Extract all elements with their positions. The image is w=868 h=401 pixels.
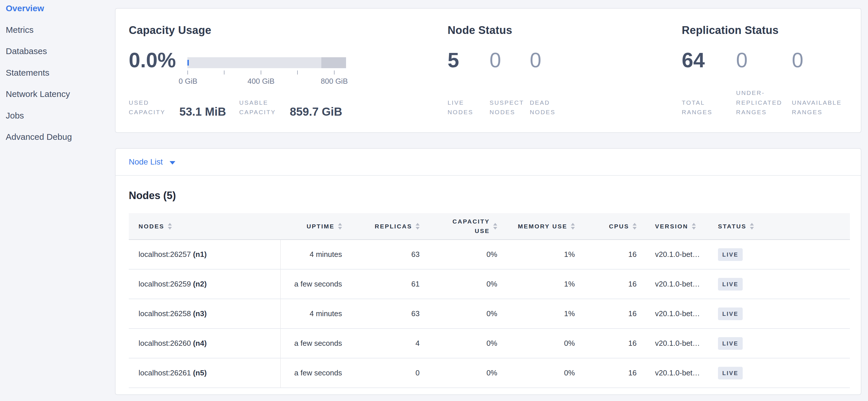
table-row[interactable]: localhost:26257 (n1) 4 minutes 63 0% 1% …	[129, 239, 850, 269]
memory-use-cell: 1%	[503, 269, 581, 299]
column-header-replicas[interactable]: REPLICAS	[348, 213, 425, 239]
column-header-uptime[interactable]: UPTIME	[281, 213, 348, 239]
unavailable-ranges-value: 0	[792, 50, 861, 70]
node-address-cell: localhost:26258 (n3)	[129, 299, 281, 328]
under-replicated-stat: 0 UNDER-REPLICATED RANGES	[736, 50, 792, 117]
column-header-cpus[interactable]: CPUS	[581, 213, 642, 239]
memory-use-cell: 0%	[503, 328, 581, 358]
node-address-cell: localhost:26257 (n1)	[129, 239, 281, 269]
status-cell: LIVE	[707, 328, 850, 358]
table-row[interactable]: localhost:26259 (n2) a few seconds 61 0%…	[129, 269, 850, 299]
sidebar-item-advanced-debug[interactable]: Advanced Debug	[0, 126, 115, 148]
column-header-status[interactable]: STATUS	[707, 213, 850, 239]
replicas-cell: 63	[348, 239, 425, 269]
replicas-cell: 4	[348, 328, 425, 358]
capacity-use-cell: 0%	[425, 269, 503, 299]
node-address-cell: localhost:26259 (n2)	[129, 269, 281, 299]
cpus-cell: 16	[581, 328, 642, 358]
status-badge: LIVE	[718, 248, 743, 261]
used-capacity-value: 53.1 MiB	[179, 106, 226, 117]
status-badge: LIVE	[718, 367, 743, 379]
status-badge: LIVE	[718, 308, 743, 320]
total-ranges-stat: 64 TOTAL RANGES	[682, 50, 736, 117]
replication-status-section: Replication Status 64 TOTAL RANGES 0 UND…	[682, 24, 861, 132]
axis-label-400gib: 400 GiB	[247, 77, 275, 86]
under-replicated-label: UNDER-REPLICATED RANGES	[736, 88, 791, 117]
unavailable-ranges-stat: 0 UNAVAILABLE RANGES	[792, 50, 861, 117]
capacity-gauge-other-fill	[321, 57, 346, 68]
column-header-capacity-use[interactable]: CAPACITY USE	[425, 213, 503, 239]
live-nodes-stat: 5 LIVE NODES	[447, 50, 490, 117]
under-replicated-value: 0	[736, 50, 792, 70]
used-capacity-label: USED CAPACITY	[129, 98, 175, 117]
status-cell: LIVE	[707, 269, 850, 299]
sidebar-item-metrics[interactable]: Metrics	[0, 19, 115, 41]
uptime-cell: 4 minutes	[281, 299, 348, 328]
version-cell: v20.1.0-bet…	[642, 299, 707, 328]
total-ranges-label: TOTAL RANGES	[682, 98, 736, 117]
suspect-nodes-stat: 0 SUSPECT NODES	[490, 50, 530, 117]
sort-icon	[571, 223, 575, 230]
capacity-use-cell: 0%	[425, 299, 503, 328]
memory-use-cell: 1%	[503, 299, 581, 328]
capacity-gauge-used-fill	[187, 60, 189, 65]
capacity-usage-title: Capacity Usage	[129, 24, 447, 36]
total-ranges-value: 64	[682, 50, 736, 70]
sidebar-item-overview[interactable]: Overview	[0, 0, 115, 19]
usable-capacity-label: USABLE CAPACITY	[239, 98, 286, 117]
capacity-use-cell: 0%	[425, 358, 503, 388]
uptime-cell: a few seconds	[281, 358, 348, 388]
node-list-panel: Node List Nodes (5) NODES UPTIME REPLICA…	[115, 148, 861, 395]
node-list-dropdown[interactable]: Node List	[129, 157, 175, 167]
suspect-nodes-label: SUSPECT NODES	[490, 98, 530, 117]
capacity-used-percent: 0.0%	[129, 50, 180, 87]
sidebar-item-databases[interactable]: Databases	[0, 40, 115, 62]
used-capacity-metric: USED CAPACITY 53.1 MiB	[129, 98, 226, 117]
axis-label-0gib: 0 GiB	[179, 77, 197, 86]
node-list-dropdown-label: Node List	[129, 157, 163, 167]
dead-nodes-stat: 0 DEAD NODES	[530, 50, 576, 117]
nodes-count-heading: Nodes (5)	[129, 190, 847, 202]
sort-icon	[750, 223, 754, 230]
sidebar-item-jobs[interactable]: Jobs	[0, 105, 115, 126]
cpus-cell: 16	[581, 358, 642, 388]
capacity-gauge: 0 GiB 400 GiB 800 GiB	[187, 50, 346, 87]
dead-nodes-value: 0	[530, 50, 576, 70]
replicas-cell: 0	[348, 358, 425, 388]
node-address-cell: localhost:26261 (n5)	[129, 358, 281, 388]
live-nodes-value: 5	[447, 50, 490, 70]
sidebar: Overview Metrics Databases Statements Ne…	[0, 0, 115, 148]
status-badge: LIVE	[718, 278, 743, 290]
uptime-cell: a few seconds	[281, 328, 348, 358]
status-cell: LIVE	[707, 239, 850, 269]
replication-status-title: Replication Status	[682, 24, 861, 36]
table-row[interactable]: localhost:26258 (n3) 4 minutes 63 0% 1% …	[129, 299, 850, 328]
suspect-nodes-value: 0	[490, 50, 530, 70]
column-header-version[interactable]: VERSION	[642, 213, 707, 239]
dead-nodes-label: DEAD NODES	[530, 98, 576, 117]
table-row[interactable]: localhost:26261 (n5) a few seconds 0 0% …	[129, 358, 850, 388]
cpus-cell: 16	[581, 239, 642, 269]
usable-capacity-metric: USABLE CAPACITY 859.7 GiB	[239, 98, 342, 117]
unavailable-ranges-label: UNAVAILABLE RANGES	[792, 98, 846, 117]
column-header-memory-use[interactable]: MEMORY USE	[503, 213, 581, 239]
cluster-summary-panel: Capacity Usage 0.0% 0 GiB	[115, 8, 861, 133]
sort-icon	[493, 223, 497, 230]
capacity-gauge-track	[187, 57, 346, 68]
live-nodes-label: LIVE NODES	[447, 98, 490, 117]
node-status-title: Node Status	[447, 24, 682, 36]
version-cell: v20.1.0-bet…	[642, 239, 707, 269]
capacity-use-cell: 0%	[425, 239, 503, 269]
table-header-row: NODES UPTIME REPLICAS CAPACITY USE MEMOR…	[129, 213, 850, 239]
memory-use-cell: 0%	[503, 358, 581, 388]
table-row[interactable]: localhost:26260 (n4) a few seconds 4 0% …	[129, 328, 850, 358]
status-badge: LIVE	[718, 337, 743, 350]
sort-icon	[168, 223, 172, 230]
sidebar-item-network-latency[interactable]: Network Latency	[0, 83, 115, 105]
status-cell: LIVE	[707, 299, 850, 328]
sidebar-item-statements[interactable]: Statements	[0, 62, 115, 84]
column-header-nodes[interactable]: NODES	[129, 213, 281, 239]
nodes-table: NODES UPTIME REPLICAS CAPACITY USE MEMOR…	[129, 213, 850, 388]
view-selector-row: Node List	[116, 149, 861, 176]
version-cell: v20.1.0-bet…	[642, 328, 707, 358]
